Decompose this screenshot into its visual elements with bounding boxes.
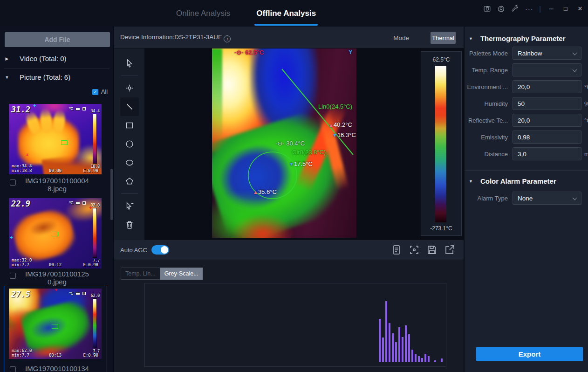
ellipse-tool[interactable]	[120, 153, 139, 172]
temp-range-row: Temp. Range	[465, 63, 588, 76]
close-icon[interactable]: ✕	[576, 5, 584, 12]
thumb-color-scale	[93, 208, 97, 258]
battery-icon	[75, 108, 80, 110]
thumbnail-filename[interactable]: IMG1970010100125 0.jpeg	[14, 270, 100, 286]
file-sidebar: Add File ▶ Video (Total: 0) ▼ Picture (T…	[0, 27, 114, 372]
thumb-scale-max: 62.0	[91, 294, 100, 298]
histogram-bar	[408, 334, 410, 362]
thumbnail-rainbow-car-image[interactable]: + + 27.5 ℃ 62.0 7.7 max:62.0 min:7.7 00:…	[9, 289, 102, 359]
sidebar-item-video[interactable]: ▶ Video (Total: 0)	[0, 55, 114, 62]
mode-label: Mode	[393, 34, 409, 41]
export-button[interactable]: Export	[476, 347, 583, 361]
unit-icon: ℃	[69, 291, 73, 296]
export-share-icon[interactable]	[444, 244, 455, 255]
unit-label: m	[584, 151, 588, 158]
unit-label: °C	[584, 83, 588, 90]
minimize-icon[interactable]: ─	[547, 5, 555, 12]
titlebar-divider: |	[539, 5, 541, 13]
select-value: Rainbow	[518, 50, 542, 57]
histogram-bar	[392, 333, 394, 362]
tab-online-analysis[interactable]: Online Analysis	[173, 9, 233, 18]
emissivity-row: Emissivity 0,98	[465, 131, 588, 144]
line-max-annotation: ▲40.2°C	[328, 121, 352, 128]
select-all-checkbox[interactable]: ✓	[92, 89, 98, 95]
alarm-type-select[interactable]: None	[513, 192, 581, 205]
tab-temp-line[interactable]: Temp. Lin...	[121, 268, 160, 280]
video-section-label: Video (Total: 0)	[20, 55, 67, 62]
edit-select-tool[interactable]	[120, 197, 139, 215]
tab-grey-scale[interactable]: Grey-Scale...	[160, 268, 203, 280]
info-icon[interactable]: i	[224, 35, 231, 42]
thumbnail-filename[interactable]: IMG1970010100134	[14, 365, 100, 372]
temp-range-select[interactable]	[513, 63, 581, 76]
collapse-arrow-icon[interactable]: ▼	[469, 36, 473, 41]
humidity-input[interactable]: 50	[513, 97, 581, 110]
sdcard-icon	[82, 292, 86, 295]
sdcard-icon	[82, 201, 86, 205]
select-tool[interactable]	[120, 54, 139, 73]
palettes-mode-select[interactable]: Rainbow	[513, 47, 581, 60]
polygon-tool[interactable]	[120, 172, 139, 191]
snapshot-icon[interactable]	[483, 5, 491, 13]
thumb-scale-max: 34.4	[91, 109, 100, 113]
line-tool[interactable]	[120, 97, 139, 116]
capture-icon[interactable]	[409, 244, 420, 255]
add-file-button[interactable]: Add File	[5, 32, 110, 47]
line-min-annotation: ▼16.3°C	[332, 131, 356, 138]
thumbnail-hand-image[interactable]: + + 31.2 ℃ 34.4 18.8 max:34.4 min:18.8 0…	[9, 104, 102, 174]
thermography-section-header[interactable]: ▼ Thermography Parameter	[469, 34, 566, 42]
histogram-bar	[421, 358, 423, 362]
reflective-temp-input[interactable]: 20,0	[513, 114, 581, 127]
auto-agc-toggle[interactable]	[151, 245, 169, 255]
thumb-time-label: 00:13	[49, 353, 62, 358]
thermal-image[interactable]: -⊙- 62.5°C Y Lin0(24.5°C) ▲40.2°C ▼16.3°…	[212, 48, 356, 238]
environment-temp-input[interactable]: 20,0	[513, 80, 581, 93]
histogram-bar	[415, 354, 417, 362]
histogram-bar	[389, 323, 390, 362]
spot-annotation: -⊙- 62.5°C	[234, 49, 264, 56]
reflective-temp-row: Reflective Te... 20,0 °C	[465, 114, 588, 127]
toggle-knob	[161, 246, 168, 254]
sidebar-scrollbar[interactable]	[110, 169, 113, 220]
thumbnail-cars-image[interactable]: + + 22.9 ℃ 32.0 7.7 max:32.0 min:7.7 00:…	[9, 198, 102, 269]
spot-annotation: -⊙- 30.4°C	[275, 140, 305, 147]
expand-arrow-icon[interactable]: ▼	[0, 75, 14, 80]
scale-min-label: -273.1°C	[421, 225, 461, 232]
settings-gear-icon[interactable]	[497, 5, 505, 13]
divider	[121, 193, 138, 194]
circle-tool[interactable]	[120, 135, 139, 153]
thumb-time-label: 00:00	[49, 168, 62, 173]
color-alarm-section-header[interactable]: ▼ Color Alarm Parameter	[469, 177, 556, 185]
collapse-arrow-icon[interactable]: ▶	[0, 56, 14, 61]
sidebar-item-picture[interactable]: ▼ Picture (Total: 6)	[0, 73, 114, 81]
thumbnail-filename[interactable]: IMG1970010100004 8.jpeg	[14, 177, 100, 193]
maintenance-wrench-icon[interactable]	[511, 5, 519, 13]
image-viewport: -⊙- 62.5°C Y Lin0(24.5°C) ▲40.2°C ▼16.3°…	[144, 48, 464, 240]
rectangle-tool[interactable]	[120, 116, 139, 135]
save-icon[interactable]	[426, 244, 438, 255]
histogram-bar	[434, 360, 436, 362]
histogram-bar	[441, 358, 443, 362]
tab-offline-analysis[interactable]: Offline Analysis	[253, 9, 319, 18]
thumb-max-temp: 22.9	[11, 199, 30, 208]
parameter-panel: ▼ Thermography Parameter Palettes Mode R…	[464, 27, 588, 372]
main-tabs: Online Analysis Offline Analysis	[173, 0, 319, 27]
emissivity-input[interactable]: 0,98	[513, 131, 581, 144]
field-label: Emissivity	[465, 134, 508, 141]
collapse-arrow-icon[interactable]: ▼	[469, 179, 473, 184]
mode-thermal-button[interactable]: Thermal	[431, 32, 456, 44]
distance-input[interactable]: 3,0	[513, 147, 581, 160]
filename-line: 0.jpeg	[14, 278, 100, 286]
histogram-bar	[385, 301, 387, 362]
device-info-label: Device Information:DS-2TP31-3AUFi	[120, 34, 231, 42]
picture-section-label: Picture (Total: 6)	[20, 73, 70, 81]
report-icon[interactable]	[391, 244, 402, 255]
temperature-scale: 62.5°C -273.1°C	[421, 51, 462, 236]
thumb-max-label: max:34.4	[12, 164, 32, 168]
maximize-icon[interactable]: □	[561, 5, 570, 12]
more-menu-icon[interactable]: ···	[525, 5, 533, 13]
spot-tool[interactable]	[120, 79, 139, 97]
delete-tool[interactable]	[120, 215, 139, 234]
thumb-max-label: max:62.0	[12, 348, 32, 353]
crosshair-marker: +	[33, 104, 36, 108]
